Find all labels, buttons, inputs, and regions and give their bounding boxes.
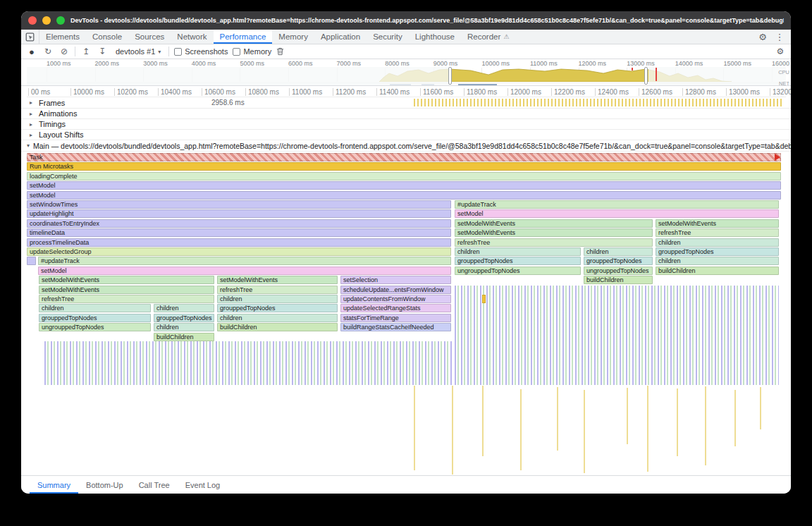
flame-bar-updatecontentsfromwindow[interactable]: updateContentsFromWindow — [340, 295, 451, 303]
dense-activity-right[interactable] — [455, 286, 779, 385]
tab-network[interactable]: Network — [171, 30, 213, 44]
flame-bar-buildchildren[interactable]: buildChildren — [217, 323, 338, 331]
flame-bar-updateselectedrangestats[interactable]: updateSelectedRangeStats — [340, 304, 451, 312]
record-button[interactable]: ● — [26, 47, 37, 56]
history-dropdown[interactable]: devtools #1 ▾ — [113, 47, 164, 56]
flame-bar-task[interactable]: Task — [27, 153, 781, 161]
flame-bar-updateselectedgroup[interactable]: updateSelectedGroup — [27, 247, 451, 256]
flame-bar-children[interactable]: children — [656, 257, 779, 265]
bottom-tab-summary[interactable]: Summary — [30, 476, 78, 494]
flame-bar-setmodel[interactable]: setModel — [27, 191, 781, 200]
panel-settings-gear-icon[interactable]: ⚙ — [775, 47, 786, 56]
tab-console[interactable]: Console — [86, 30, 128, 44]
dense-activity-left[interactable] — [44, 341, 452, 385]
flame-bar-refreshtree[interactable]: refreshTree — [455, 238, 653, 247]
flame-bar-buildchildren[interactable]: buildChildren — [154, 333, 214, 341]
flame-bar-setmodel[interactable]: setModel — [38, 267, 451, 275]
overview-right-handle[interactable] — [644, 67, 648, 85]
flame-bar-processtimelinedata[interactable]: processTimelineData — [27, 238, 451, 247]
screenshots-toggle[interactable]: Screenshots — [174, 47, 228, 56]
flame-bar-updatehighlight[interactable]: updateHighlight — [27, 209, 451, 218]
close-window-button[interactable] — [28, 16, 37, 25]
memory-toggle[interactable]: Memory — [233, 47, 271, 56]
save-profile-button[interactable]: ↧ — [97, 47, 108, 56]
flame-bar-updatetrack[interactable]: #updateTrack — [38, 257, 451, 265]
tab-performance[interactable]: Performance — [214, 30, 273, 44]
screenshots-checkbox[interactable] — [174, 48, 182, 56]
expand-triangle-icon[interactable]: ▸ — [30, 132, 35, 138]
flame-bar-coordinatestoentryindex[interactable]: coordinatesToEntryIndex — [27, 219, 451, 228]
flame-bar-refreshtree[interactable]: refreshTree — [39, 295, 214, 303]
settings-gear-icon[interactable]: ⚙ — [756, 30, 770, 44]
flame-chart[interactable]: TaskRun MicrotasksloadingCompletesetMode… — [21, 152, 791, 475]
clear-button[interactable]: ⊘ — [59, 47, 70, 56]
flame-bar-run-microtasks[interactable]: Run Microtasks — [27, 162, 781, 171]
flame-bar-children[interactable]: children — [154, 304, 214, 312]
bottom-tab-bottom-up[interactable]: Bottom-Up — [78, 476, 131, 494]
flame-bar-grouppedtopnodes[interactable]: grouppedTopNodes — [656, 247, 779, 256]
bottom-tab-event-log[interactable]: Event Log — [178, 476, 228, 494]
flame-bar-scheduleupdate-entsfromwindow[interactable]: scheduleUpdate...entsFromWindow — [340, 286, 451, 294]
flame-bar-statsfortimerange[interactable]: statsForTimeRange — [340, 314, 451, 322]
flame-bar-grouppedtopnodes[interactable]: grouppedTopNodes — [39, 314, 151, 322]
flame-bar-refreshtree[interactable]: refreshTree — [217, 286, 338, 294]
flame-bar-children[interactable]: children — [656, 238, 779, 247]
flame-bar-children[interactable]: children — [154, 323, 214, 331]
bottom-tab-call-tree[interactable]: Call Tree — [131, 476, 178, 494]
flame-bar-children[interactable]: children — [39, 304, 151, 312]
tab-sources[interactable]: Sources — [128, 30, 171, 44]
flame-bar-refreshtree[interactable]: refreshTree — [656, 228, 779, 237]
flame-bar-loadingcomplete[interactable]: loadingComplete — [27, 172, 781, 181]
flame-bar-grouppedtopnodes[interactable]: grouppedTopNodes — [455, 257, 581, 265]
memory-checkbox[interactable] — [233, 48, 240, 56]
collapse-triangle-icon[interactable]: ▾ — [27, 142, 30, 149]
flame-bar-buildchildren[interactable]: buildChildren — [584, 276, 653, 284]
tab-lighthouse[interactable]: Lighthouse — [409, 30, 461, 44]
flame-bar-buildrangestatscacheifneeded[interactable]: buildRangeStatsCacheIfNeeded — [340, 323, 451, 331]
expand-triangle-icon[interactable]: ▸ — [30, 121, 35, 128]
maximize-window-button[interactable] — [56, 16, 65, 25]
flame-bar-setwindowtimes[interactable]: setWindowTimes — [27, 200, 451, 209]
flame-bar-setmodel[interactable]: setModel — [455, 209, 779, 218]
flame-bar-setmodelwithevents[interactable]: setModelWithEvents — [39, 276, 214, 284]
flame-bar-ungrouppedtopnodes[interactable]: ungrouppedTopNodes — [584, 267, 653, 275]
microtask-blip[interactable] — [482, 295, 486, 303]
cpu-lane-label: CPU — [778, 69, 789, 75]
tab-recorder[interactable]: Recorder⚠ — [461, 30, 515, 44]
flame-bar-ungrouppedtopnodes[interactable]: ungrouppedTopNodes — [39, 323, 151, 331]
tab-application[interactable]: Application — [314, 30, 367, 44]
flame-bar-setmodelwithevents[interactable]: setModelWithEvents — [39, 286, 214, 294]
reload-and-record-button[interactable]: ↻ — [42, 47, 54, 56]
flame-bar-setmodelwithevents[interactable]: setModelWithEvents — [217, 276, 338, 284]
flame-bar-grouppedtopnodes[interactable]: grouppedTopNodes — [154, 314, 214, 322]
more-options-kebab-icon[interactable]: ⋮ — [773, 30, 787, 44]
flame-bar-children[interactable]: children — [455, 247, 581, 256]
flame-bar-setmodel[interactable]: setModel — [27, 181, 781, 190]
tab-memory[interactable]: Memory — [272, 30, 314, 44]
minimize-window-button[interactable] — [42, 16, 51, 25]
flame-bar-setmodelwithevents[interactable]: setModelWithEvents — [455, 219, 653, 228]
expand-triangle-icon[interactable]: ▸ — [30, 99, 35, 106]
flame-bar-timelinedata[interactable]: timelineData — [27, 228, 451, 237]
flame-bar[interactable] — [27, 257, 36, 265]
flame-bar-buildchildren[interactable]: buildChildren — [656, 267, 779, 275]
flame-bar-setmodelwithevents[interactable]: setModelWithEvents — [455, 228, 653, 237]
flame-bar-updatetrack[interactable]: #updateTrack — [455, 200, 779, 209]
flame-bar-children[interactable]: children — [584, 247, 653, 256]
load-profile-button[interactable]: ↥ — [80, 47, 92, 56]
tab-security[interactable]: Security — [367, 30, 409, 44]
inspect-element-button[interactable] — [21, 30, 39, 44]
timeline-overview[interactable]: 1000 ms2000 ms3000 ms4000 ms5000 ms6000 … — [21, 59, 791, 86]
flame-bar-children[interactable]: children — [217, 295, 338, 303]
flame-bar-ungrouppedtopnodes[interactable]: ungrouppedTopNodes — [455, 267, 581, 275]
overview-left-handle[interactable] — [448, 67, 452, 85]
garbage-collect-button[interactable] — [276, 47, 288, 56]
expand-triangle-icon[interactable]: ▸ — [30, 111, 35, 117]
flame-bar-grouppedtopnodes[interactable]: grouppedTopNodes — [217, 304, 338, 312]
main-track-header[interactable]: ▾ Main — devtools://devtools/bundled/dev… — [21, 140, 791, 152]
flame-bar-setmodelwithevents[interactable]: setModelWithEvents — [656, 219, 779, 228]
flame-bar-children[interactable]: children — [217, 314, 338, 322]
tab-elements[interactable]: Elements — [39, 30, 86, 44]
flame-bar-grouppedtopnodes[interactable]: grouppedTopNodes — [584, 257, 653, 265]
flame-bar-setselection[interactable]: setSelection — [340, 276, 451, 284]
